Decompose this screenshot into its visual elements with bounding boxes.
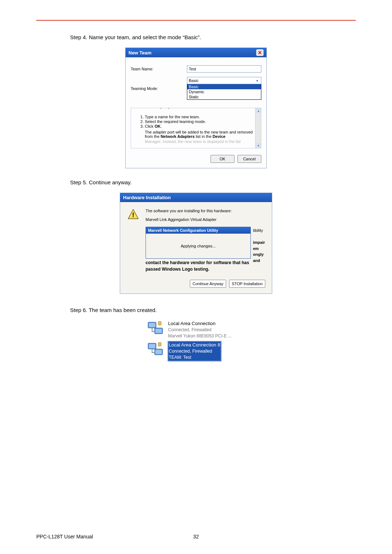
dialog-titlebar: New Team ✕ [126,48,266,57]
connection-device: Marvell Yukon 88E8053 PCI-E ... [168,333,232,339]
network-icon [147,341,165,357]
teaming-mode-label: Teaming Mode: [131,86,187,91]
step-6-text: Step 6. The team has been created. [70,307,322,313]
connection-device: TEAM: Test [169,354,220,361]
team-name-input[interactable]: Test [187,65,261,73]
dialog2-title: Hardware Installation [120,193,272,202]
instruction-item: Type a name for the new team. [145,115,259,119]
hardware-installation-dialog: Hardware Installation ! The software you… [120,193,272,294]
instruction-truncated: Manager. Instead, the new team is displa… [145,139,259,144]
teaming-mode-select[interactable]: Basic ▾ [187,77,261,84]
warning-text: The software you are installing for this… [146,209,232,226]
stop-installation-button[interactable]: STOP Installation [229,280,265,288]
step-5-text: Step 5. Continue anyway. [70,179,322,185]
page-number: 32 [191,534,201,539]
svg-rect-8 [149,344,155,348]
scrollbar[interactable]: ▴ ▾ [255,108,261,148]
continue-anyway-button[interactable]: Continue Anyway [190,280,226,288]
inner-dialog-message: Applying changes... [146,234,250,258]
option-basic[interactable]: Basic [187,84,261,89]
instructions-heading: To add the adapter port to a new team: [133,108,203,109]
svg-rect-5 [155,329,162,333]
svg-rect-3 [149,323,155,327]
connection-title: Local Area Connection 8 [169,342,220,348]
instructions-box: To add the adapter port to a new team: T… [131,108,261,148]
option-dynamic[interactable]: Dynamic [187,89,261,94]
svg-rect-10 [155,350,162,354]
new-team-dialog: New Team ✕ Team Name: Test Teaming Mode:… [125,48,267,168]
connection-title: Local Area Connection [168,320,232,327]
scroll-down-icon: ▾ [256,143,261,148]
inner-dialog-title: Marvell Network Configuration Utility [146,227,250,234]
close-button[interactable]: ✕ [256,49,264,56]
logo-testing-text-1: contact the hardware vendor for software… [146,260,265,265]
cancel-button[interactable]: Cancel [237,155,261,163]
option-static[interactable]: Static [187,94,261,99]
manual-name: PPC-L128T User Manual [36,534,191,539]
page-content: Step 4. Name your team, and select the m… [70,29,322,363]
svg-rect-11 [158,342,161,346]
network-icon [147,320,165,336]
close-icon: ✕ [258,50,262,56]
instruction-item: Click OK. [145,124,259,128]
svg-rect-6 [158,321,161,325]
dialog-title: New Team [128,50,151,56]
network-item[interactable]: Local Area Connection Connected, Firewal… [147,320,245,339]
step-4-text: Step 4. Name your team, and select the m… [70,34,322,40]
warning-icon: ! [127,209,139,219]
instruction-item: Select the required teaming mode. [145,119,259,124]
scroll-up-icon: ▴ [256,108,261,113]
instructions-list: Type a name for the new team. Select the… [145,115,259,128]
instruction-detail: The adapter port will be added to the ne… [145,130,259,139]
logo-testing-text-2: passed Windows Logo testing. [146,267,265,272]
page-footer: PPC-L128T User Manual 32 [36,534,356,539]
svg-text:!: ! [132,212,134,219]
chevron-down-icon: ▾ [254,78,260,83]
ok-button[interactable]: OK [211,155,234,163]
obscured-text: tibility impair em ongly and [253,227,257,263]
dialog-body: Team Name: Test Teaming Mode: Basic ▾ Ba… [126,57,266,151]
inner-progress-dialog: Marvell Network Configuration Utility Ap… [146,227,251,259]
team-name-label: Team Name: [131,67,187,71]
teaming-mode-dropdown: Basic Dynamic Static [187,84,261,100]
network-connections-panel: Local Area Connection Connected, Firewal… [147,320,245,361]
top-divider [36,20,356,21]
connection-status: Connected, Firewalled [169,348,220,354]
connection-status: Connected, Firewalled [168,327,232,333]
network-item-selected[interactable]: Local Area Connection 8 Connected, Firew… [147,341,245,361]
